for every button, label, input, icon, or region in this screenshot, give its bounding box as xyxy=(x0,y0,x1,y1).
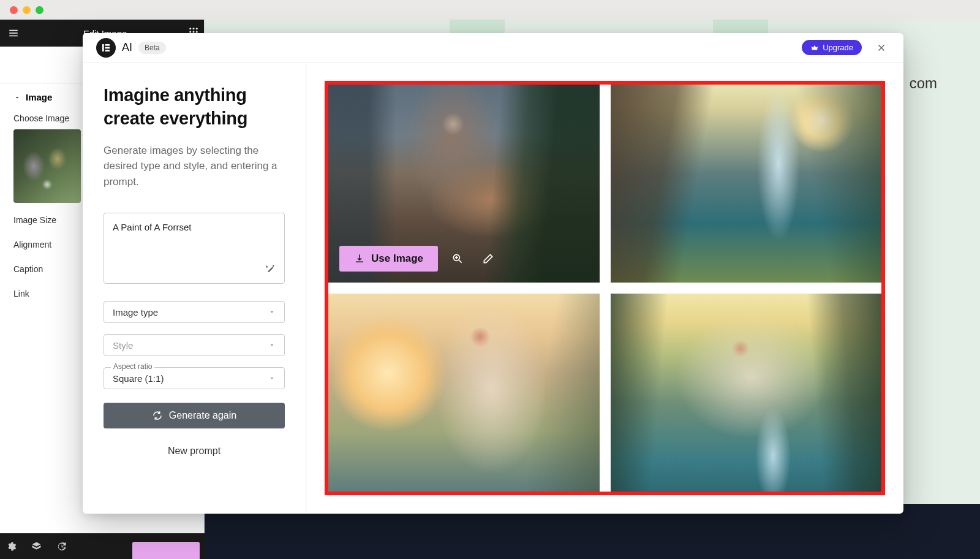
modal-gallery-area: Use Image xyxy=(306,63,903,514)
mac-close-dot[interactable] xyxy=(10,6,18,14)
ai-modal: AI Beta Upgrade Imagine anything create … xyxy=(83,33,903,514)
edit-button[interactable] xyxy=(477,248,499,270)
crown-icon xyxy=(810,44,819,52)
aspect-ratio-float-label: Aspect ratio xyxy=(111,362,154,371)
prompt-input[interactable] xyxy=(113,222,276,261)
link-label: Link xyxy=(13,289,29,299)
beta-badge: Beta xyxy=(138,42,166,54)
download-icon xyxy=(354,253,365,264)
new-prompt-button[interactable]: New prompt xyxy=(104,441,285,462)
chevron-down-icon xyxy=(268,308,276,316)
generate-again-label: Generate again xyxy=(169,410,236,421)
svg-point-2 xyxy=(196,28,198,29)
caret-down-icon xyxy=(13,94,21,101)
use-image-label: Use Image xyxy=(371,253,423,265)
layers-icon[interactable] xyxy=(31,541,42,552)
headline-line2: create everything xyxy=(104,108,247,128)
generated-image-2 xyxy=(611,85,882,283)
tile-overlay: Use Image xyxy=(339,246,499,272)
result-tile-4[interactable] xyxy=(611,294,882,492)
svg-rect-10 xyxy=(102,44,104,51)
result-tile-1[interactable]: Use Image xyxy=(328,85,600,283)
history-icon[interactable] xyxy=(56,541,67,552)
alignment-label: Alignment xyxy=(13,240,51,249)
pencil-icon xyxy=(482,253,494,265)
style-label: Style xyxy=(113,340,133,351)
close-icon xyxy=(876,42,887,53)
refresh-icon xyxy=(152,410,163,421)
prompt-box[interactable] xyxy=(104,213,285,284)
modal-header: AI Beta Upgrade xyxy=(83,33,903,63)
image-type-select[interactable]: Image type xyxy=(104,301,285,323)
use-image-button[interactable]: Use Image xyxy=(339,246,438,272)
chevron-down-icon xyxy=(268,341,276,349)
wand-icon xyxy=(265,264,276,275)
aspect-ratio-group: Aspect ratio Square (1:1) xyxy=(104,367,285,389)
svg-rect-11 xyxy=(105,44,110,46)
close-button[interactable] xyxy=(873,39,890,56)
headline-line1: Imagine anything xyxy=(104,85,247,105)
background-text-fragment: com xyxy=(910,75,937,92)
zoom-icon xyxy=(451,253,464,265)
menu-icon[interactable] xyxy=(5,25,22,42)
svg-point-0 xyxy=(189,28,191,29)
upgrade-label: Upgrade xyxy=(823,43,853,52)
image-type-label: Image type xyxy=(113,307,158,318)
result-tile-2[interactable] xyxy=(611,85,882,283)
results-gallery: Use Image xyxy=(325,81,885,495)
svg-rect-13 xyxy=(105,50,110,51)
generated-image-3 xyxy=(328,294,600,492)
image-size-label: Image Size xyxy=(13,215,56,225)
mac-max-dot[interactable] xyxy=(36,6,43,14)
aspect-ratio-value: Square (1:1) xyxy=(113,373,164,384)
elementor-logo-icon xyxy=(96,38,116,58)
settings-icon[interactable] xyxy=(6,541,17,552)
svg-rect-12 xyxy=(105,47,110,48)
result-tile-3[interactable] xyxy=(328,294,600,492)
update-button-peek[interactable] xyxy=(132,542,200,559)
enhance-prompt-button[interactable] xyxy=(265,264,276,277)
chevron-down-icon xyxy=(268,375,276,382)
image-thumbnail[interactable] xyxy=(13,129,81,203)
modal-sidebar: Imagine anything create everything Gener… xyxy=(83,63,306,514)
zoom-button[interactable] xyxy=(447,248,469,270)
headline: Imagine anything create everything xyxy=(104,83,285,131)
generate-again-button[interactable]: Generate again xyxy=(104,403,285,428)
ai-label: AI xyxy=(122,41,132,54)
mac-min-dot[interactable] xyxy=(23,6,31,14)
section-image-label: Image xyxy=(26,92,52,102)
svg-point-1 xyxy=(193,28,195,29)
style-select[interactable]: Style xyxy=(104,334,285,356)
caption-label: Caption xyxy=(13,264,43,274)
upgrade-button[interactable]: Upgrade xyxy=(802,40,862,55)
mac-window-chrome xyxy=(0,0,980,20)
subtext: Generate images by selecting the desired… xyxy=(104,143,285,190)
generated-image-4 xyxy=(611,294,882,492)
